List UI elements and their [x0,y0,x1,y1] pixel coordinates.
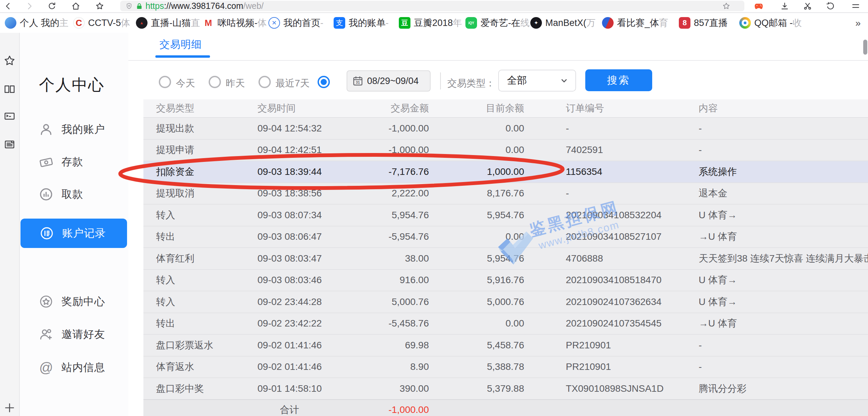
bookmark-star-icon[interactable] [722,2,731,11]
857-live-icon: 8 [679,17,690,29]
bookmark-item[interactable]: iQY爱奇艺-在线 [465,17,530,29]
cell: 09-01 14:58:10 [257,383,370,394]
sidebar-item-label: 奖励中心 [61,294,105,309]
table-row-highlighted[interactable]: 扣除资金09-03 18:39:44-7,176.761,000.0011563… [143,161,868,182]
bookmark-item[interactable]: M咪咕视频-体 [202,17,267,29]
cell: 体育红利 [143,252,257,265]
cell: 转出 [143,317,257,330]
table-row[interactable]: 体育返水09-02 01:41:468.905,388.78PR210901- [143,356,868,378]
cell: →U 体育 [699,230,868,243]
table-row[interactable]: 提现出款09-04 12:54:32-1,000.000.00-- [143,117,868,139]
cell: - [699,361,868,372]
sidebar-item-8[interactable]: @站内信息 [20,353,128,382]
bookmark-item[interactable]: ▲直播-山猫直 [136,17,200,29]
bookmark-label-truncated: - [386,18,389,28]
black-cat-icon: ▲ [136,17,148,29]
bookmarks-overflow-chevron[interactable]: » [855,18,861,29]
undo-icon[interactable] [826,1,835,11]
download-icon[interactable] [780,1,789,11]
table-row[interactable]: 转入09-03 08:03:46916.005,916.762021090341… [143,269,868,291]
blue-circle-icon: ✕ [268,17,280,29]
date-range-picker[interactable]: 31 08/29~09/04 [347,70,431,92]
douban-icon: 豆 [399,17,410,29]
table-row[interactable]: 体育红利09-03 08:03:4738.005,954.764706888天天… [143,247,868,269]
sidebar-item-2[interactable]: 存款 [20,147,128,177]
bookmark-item[interactable]: 个人 我的主 [5,17,69,29]
reload-icon[interactable] [47,1,57,11]
terminal-icon[interactable] [3,109,16,123]
notes-icon[interactable] [3,138,16,151]
cell: 09-03 08:06:47 [257,231,370,242]
forward-icon[interactable] [25,1,34,11]
bookmark-item[interactable]: 豆豆瓣2018年 [399,17,462,29]
manbetx-icon: ✦ [530,17,542,29]
bookmark-item[interactable]: 支我的账单 - [334,17,389,29]
favorites-star-icon[interactable] [95,1,104,11]
page-title: 个人中心 [39,74,104,96]
table-row[interactable]: 转入09-02 23:44:285,000.765,000.7620210902… [143,291,868,313]
cell: 916.00 [370,275,429,286]
back-icon[interactable] [3,1,13,11]
scrollbar-thumb[interactable] [863,40,867,55]
column-header: 订单编号 [524,102,699,115]
bookmark-item[interactable]: CCCTV-5体 [73,17,130,29]
cell: 5,954.76 [429,210,524,221]
tab-transaction-details[interactable]: 交易明细 [159,38,202,52]
bookmark-item[interactable]: 看比赛_体育 [602,17,668,29]
sidebar-item-7[interactable]: 邀请好友 [20,320,128,349]
sidebar-item-6[interactable]: 奖励中心 [20,287,128,316]
sidebar-item-5[interactable]: 账户记录 [20,219,127,248]
table-row[interactable]: 盘口彩中奖09-01 14:58:10390.005,379.88TX09010… [143,377,868,399]
bookmark-item[interactable]: ✕我的首页 - [268,17,323,29]
bookmark-item[interactable]: ✦ManBetX(万 [530,17,596,29]
search-button[interactable]: 搜索 [585,69,652,91]
bookmark-label-truncated: 年 [453,17,462,29]
cell: 202109034108527107 [524,231,699,242]
table-row[interactable]: 提现申请09-04 12:42:51-1,000.000.007402591- [143,139,868,161]
radio-custom-range[interactable] [318,76,330,88]
cell: - [699,340,868,351]
gamepad-extension-icon[interactable] [754,1,764,11]
cell: 扣除资金 [143,165,257,178]
cell: 5,379.88 [429,383,524,394]
bookmark-label: CCTV-5 [88,18,121,28]
shield-plus-icon[interactable] [125,2,133,10]
table-row[interactable]: 转出09-03 08:06:47-5,954.760.0020210903410… [143,226,868,248]
table-row[interactable]: 转出09-02 23:42:22-5,458.760.0020210902410… [143,313,868,334]
radio-label[interactable]: 最近7天 [276,77,310,90]
radio-昨天[interactable] [209,76,221,88]
cell: →U 体育 [699,317,868,330]
table-row[interactable]: 盘口彩票返水09-02 01:41:4669.985,458.76PR21090… [143,334,868,356]
tab-active-underline [155,55,210,58]
home-icon[interactable] [71,1,81,11]
radio-今天[interactable] [159,76,171,88]
sidebar-item-3[interactable]: 取款 [20,180,128,209]
account-sidebar: 个人中心 我的账户存款取款投注记录账户记录奖励中心邀请好友@站内信息 [20,33,128,416]
star-icon[interactable] [3,54,16,68]
cell: 202109034108518470 [524,275,699,286]
cell: -1,000.00 [370,144,429,155]
radio-label[interactable]: 今天 [176,77,195,90]
sidebar-item-label: 取款 [61,187,83,202]
sidebar-item-1[interactable]: 我的账户 [20,115,128,144]
chevron-down-icon [559,75,569,86]
transaction-type-select[interactable]: 全部 [498,70,576,92]
table-row[interactable]: 提现取消09-03 18:38:562,222.008,176.76-退本金 [143,182,868,204]
cell: 09-03 18:39:44 [257,166,370,177]
bookmark-item[interactable]: 8857直播 [679,17,728,29]
bookmark-label: 咪咕视频- [218,17,257,29]
transaction-type-value: 全部 [507,74,527,87]
book-icon[interactable] [3,82,16,96]
add-icon[interactable] [3,401,16,415]
migu-icon: M [202,17,214,29]
table-row[interactable]: 转入09-03 08:07:345,954.765,954.7620210903… [143,204,868,226]
radio-label[interactable]: 昨天 [226,77,245,90]
total-amount: -1,000.00 [370,404,429,415]
address-bar[interactable]: https://www.3981764.com/web/ [120,1,744,11]
bookmark-item[interactable]: QQ邮箱 - 收 [739,17,802,29]
radio-最近7天[interactable] [258,76,271,88]
cell: 09-03 08:03:46 [257,275,370,286]
scissors-icon[interactable] [803,1,812,11]
menu-icon[interactable] [851,1,860,11]
cctv-icon: C [73,17,85,29]
